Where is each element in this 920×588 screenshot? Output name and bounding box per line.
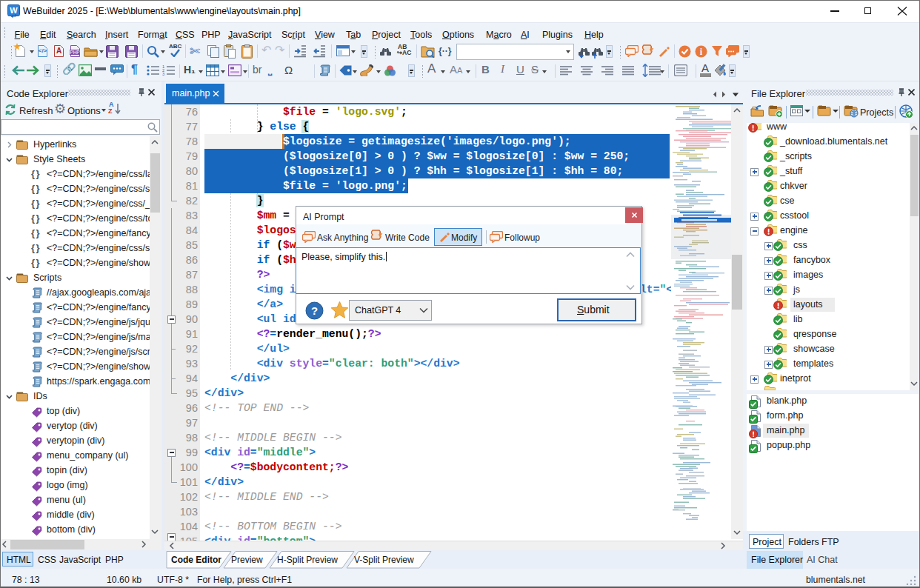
svg-text:3: 3 (162, 72, 164, 76)
svg-text:W: W (10, 6, 18, 15)
svg-text:?: ? (311, 304, 318, 317)
